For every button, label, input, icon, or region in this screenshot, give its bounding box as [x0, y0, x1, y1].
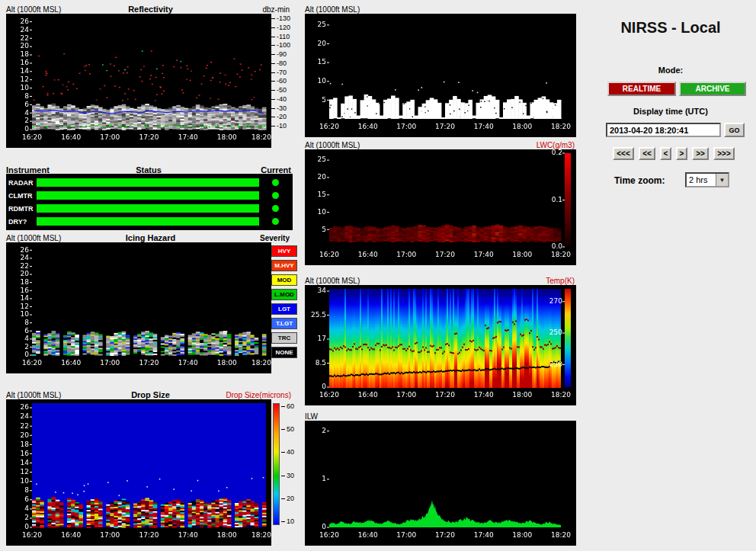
- icing-hazard-plot: [6, 242, 271, 373]
- severity-legend: HVY M.HVY MOD L.MOD LGT T.LGT TRC NONE: [271, 245, 297, 361]
- time-zoom-label: Time zoom:: [614, 175, 665, 186]
- severity-colorbar-label: Severity: [245, 234, 290, 242]
- icing-alt-label: Alt (1000ft MSL): [6, 234, 61, 242]
- instrument-name: RADAR: [8, 179, 34, 187]
- ilw-plot: [305, 421, 576, 546]
- severity-tlgt: T.LGT: [271, 318, 297, 329]
- display-time-input[interactable]: [606, 123, 721, 137]
- instrument-name: DRY?: [8, 218, 27, 226]
- ilw-title: ILW: [305, 412, 318, 421]
- lwc-colorbar-label: LWC(g/m3): [472, 141, 575, 149]
- status-indicator: [272, 192, 279, 199]
- status-bar: [37, 217, 259, 226]
- status-row-dry: DRY?: [6, 217, 293, 226]
- page-title: NIRSS - Local: [588, 19, 753, 37]
- severity-trc: TRC: [271, 332, 297, 344]
- status-indicator: [272, 218, 279, 225]
- dropsize-plot: [6, 399, 271, 546]
- chevron-down-icon[interactable]: ▼: [716, 174, 728, 186]
- page-forward-button[interactable]: >>: [692, 147, 709, 160]
- cloud-boundaries-plot: [305, 14, 576, 137]
- dbz-colorbar-ticks: -130-120-110-100-90-80-70-60-50-40-30-20…: [271, 15, 299, 130]
- severity-lgt: LGT: [271, 303, 297, 315]
- step-forward-button[interactable]: >: [676, 147, 687, 160]
- instrument-name: RDMTR: [8, 205, 34, 213]
- display-time-label: Display time (UTC): [588, 107, 753, 116]
- dropsize-colorbar: [273, 403, 280, 525]
- archive-button[interactable]: ARCHIVE: [679, 82, 746, 96]
- realtime-button[interactable]: REALTIME: [607, 82, 676, 96]
- time-nav-buttons: <<< << < > >> >>>: [613, 147, 735, 160]
- time-zoom-select[interactable]: 2 hrs ▼: [685, 172, 729, 187]
- severity-mod: MOD: [271, 274, 297, 286]
- severity-mhvy: M.HVY: [271, 260, 297, 271]
- go-button[interactable]: GO: [724, 123, 745, 137]
- mode-label: Mode:: [588, 66, 753, 75]
- temperature-plot: [305, 285, 576, 405]
- time-zoom-value: 2 hrs: [687, 175, 716, 184]
- severity-hvy: HVY: [271, 245, 297, 257]
- status-row-clmtr: CLMTR: [6, 191, 293, 200]
- status-panel: RADAR CLMTR RDMTR DRY?: [6, 174, 293, 230]
- lwc-plot: [305, 149, 576, 265]
- step-back-button[interactable]: <: [660, 147, 671, 160]
- icing-title: Icing Hazard: [69, 233, 232, 242]
- reflectivity-alt-label: Alt (1000ft MSL): [6, 5, 61, 14]
- instrument-name: CLMTR: [8, 192, 33, 200]
- jump-forward-button[interactable]: >>>: [713, 147, 735, 160]
- reflectivity-plot: [6, 14, 271, 148]
- temp-colorbar-label: Temp(K): [503, 277, 575, 285]
- lwc-alt-label: Alt (1000ft MSL): [305, 141, 360, 149]
- status-row-rdmtr: RDMTR: [6, 204, 293, 213]
- nirss-app: { "app": {"title": "NIRSS - Local"}, "co…: [0, 0, 756, 551]
- reflectivity-title: Reflectivity: [69, 5, 232, 14]
- dropsize-colorbar-label: Drop Size(microns): [191, 391, 291, 399]
- status-bar: [37, 204, 259, 213]
- dropsize-colorbar-ticks: 605040302010: [281, 403, 300, 525]
- status-bar: [37, 178, 259, 187]
- page-back-button[interactable]: <<: [639, 147, 655, 160]
- status-indicator: [272, 205, 279, 212]
- temp-alt-label: Alt (1000ft MSL): [305, 277, 360, 285]
- reflectivity-colorbar-label: dbz-min: [245, 5, 290, 14]
- status-row-radar: RADAR: [6, 178, 293, 187]
- status-indicator: [272, 179, 279, 186]
- dropsize-alt-label: Alt (1000ft MSL): [6, 391, 61, 399]
- severity-lmod: L.MOD: [271, 289, 297, 300]
- severity-none: NONE: [271, 347, 297, 358]
- cloud-alt-label: Alt (1000ft MSL): [305, 5, 360, 14]
- jump-back-button[interactable]: <<<: [613, 147, 634, 160]
- status-bar: [37, 191, 259, 200]
